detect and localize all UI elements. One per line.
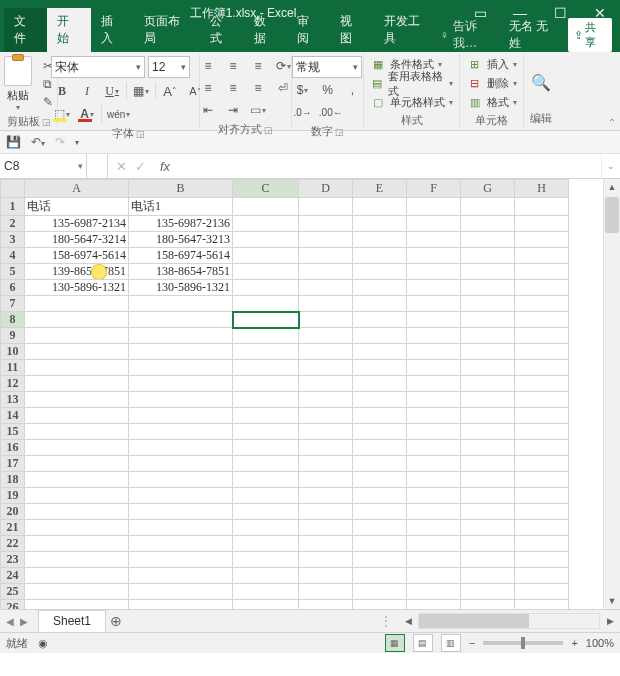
cell-G26[interactable] (461, 600, 515, 611)
cell-A23[interactable] (25, 552, 129, 568)
zoom-in-button[interactable]: + (571, 637, 577, 649)
cell-C8[interactable] (233, 312, 299, 328)
cell-A15[interactable] (25, 424, 129, 440)
font-launcher-icon[interactable]: ◲ (136, 129, 145, 139)
delete-cells-button[interactable]: ⊟删除▾ (465, 75, 519, 92)
cell-A10[interactable] (25, 344, 129, 360)
name-box[interactable]: C8▾ (0, 154, 87, 178)
cell-H19[interactable] (515, 488, 569, 504)
cell-A1[interactable]: 电话 (25, 198, 129, 216)
collapse-ribbon-button[interactable]: ⌃ (608, 117, 616, 128)
cell-C13[interactable] (233, 392, 299, 408)
cell-E13[interactable] (353, 392, 407, 408)
cell-H4[interactable] (515, 248, 569, 264)
cell-B14[interactable] (129, 408, 233, 424)
find-select-button[interactable]: 🔍 (529, 73, 553, 92)
cell-H21[interactable] (515, 520, 569, 536)
row-header-10[interactable]: 10 (1, 344, 25, 360)
row-header-20[interactable]: 20 (1, 504, 25, 520)
cell-E26[interactable] (353, 600, 407, 611)
accounting-format-button[interactable]: $▾ (292, 80, 314, 100)
row-header-18[interactable]: 18 (1, 472, 25, 488)
cell-E25[interactable] (353, 584, 407, 600)
cell-F9[interactable] (407, 328, 461, 344)
cell-B13[interactable] (129, 392, 233, 408)
cell-C19[interactable] (233, 488, 299, 504)
zoom-slider[interactable] (483, 641, 563, 645)
cell-B23[interactable] (129, 552, 233, 568)
cell-E6[interactable] (353, 280, 407, 296)
cell-E3[interactable] (353, 232, 407, 248)
cell-B5[interactable]: 138-8654-7851 (129, 264, 233, 280)
cell-F8[interactable] (407, 312, 461, 328)
increase-indent-button[interactable]: ⇥ (222, 100, 244, 120)
cell-F20[interactable] (407, 504, 461, 520)
insert-cells-button[interactable]: ⊞插入▾ (465, 56, 519, 73)
cell-F12[interactable] (407, 376, 461, 392)
cell-H17[interactable] (515, 456, 569, 472)
cell-B6[interactable]: 130-5896-1321 (129, 280, 233, 296)
qat-customize-button[interactable]: ▾ (75, 138, 79, 147)
row-header-5[interactable]: 5 (1, 264, 25, 280)
vertical-scrollbar[interactable]: ▲ ▼ (603, 179, 620, 609)
cell-B2[interactable]: 135-6987-2136 (129, 216, 233, 232)
cell-H2[interactable] (515, 216, 569, 232)
cell-A17[interactable] (25, 456, 129, 472)
cell-A6[interactable]: 130-5896-1321 (25, 280, 129, 296)
cell-B10[interactable] (129, 344, 233, 360)
cell-D15[interactable] (299, 424, 353, 440)
italic-button[interactable]: I (76, 81, 98, 101)
row-header-21[interactable]: 21 (1, 520, 25, 536)
col-header-B[interactable]: B (129, 180, 233, 198)
cell-G12[interactable] (461, 376, 515, 392)
cell-D16[interactable] (299, 440, 353, 456)
cell-D3[interactable] (299, 232, 353, 248)
row-header-9[interactable]: 9 (1, 328, 25, 344)
tab-data[interactable]: 数据 (244, 8, 287, 52)
orientation-button[interactable]: ⟳▾ (272, 56, 294, 76)
decrease-indent-button[interactable]: ⇤ (197, 100, 219, 120)
align-top-button[interactable]: ≡ (197, 56, 219, 76)
sheet-nav-next-icon[interactable]: ▶ (20, 616, 28, 627)
cell-A24[interactable] (25, 568, 129, 584)
cell-A22[interactable] (25, 536, 129, 552)
cell-C9[interactable] (233, 328, 299, 344)
tab-home[interactable]: 开始 (47, 8, 90, 52)
cell-E8[interactable] (353, 312, 407, 328)
cell-D8[interactable] (299, 312, 353, 328)
clipboard-launcher-icon[interactable]: ◲ (42, 117, 51, 127)
cell-H11[interactable] (515, 360, 569, 376)
cell-A14[interactable] (25, 408, 129, 424)
cell-E16[interactable] (353, 440, 407, 456)
undo-button[interactable]: ↶▾ (31, 135, 45, 149)
cell-E15[interactable] (353, 424, 407, 440)
cell-F26[interactable] (407, 600, 461, 611)
cell-C12[interactable] (233, 376, 299, 392)
cell-E21[interactable] (353, 520, 407, 536)
row-header-17[interactable]: 17 (1, 456, 25, 472)
cell-H13[interactable] (515, 392, 569, 408)
cell-D12[interactable] (299, 376, 353, 392)
increase-decimal-button[interactable]: .0→ (292, 102, 314, 122)
cell-F11[interactable] (407, 360, 461, 376)
cell-A21[interactable] (25, 520, 129, 536)
cell-G8[interactable] (461, 312, 515, 328)
cell-G2[interactable] (461, 216, 515, 232)
cell-G5[interactable] (461, 264, 515, 280)
cell-A16[interactable] (25, 440, 129, 456)
cell-F16[interactable] (407, 440, 461, 456)
row-header-2[interactable]: 2 (1, 216, 25, 232)
cell-F5[interactable] (407, 264, 461, 280)
cell-B18[interactable] (129, 472, 233, 488)
cell-C26[interactable] (233, 600, 299, 611)
increase-font-button[interactable]: A˄ (159, 81, 181, 101)
row-header-19[interactable]: 19 (1, 488, 25, 504)
cell-E24[interactable] (353, 568, 407, 584)
cell-D10[interactable] (299, 344, 353, 360)
number-launcher-icon[interactable]: ◲ (335, 127, 344, 137)
cell-F18[interactable] (407, 472, 461, 488)
cell-F21[interactable] (407, 520, 461, 536)
align-bottom-button[interactable]: ≡ (247, 56, 269, 76)
cell-E19[interactable] (353, 488, 407, 504)
cell-F17[interactable] (407, 456, 461, 472)
